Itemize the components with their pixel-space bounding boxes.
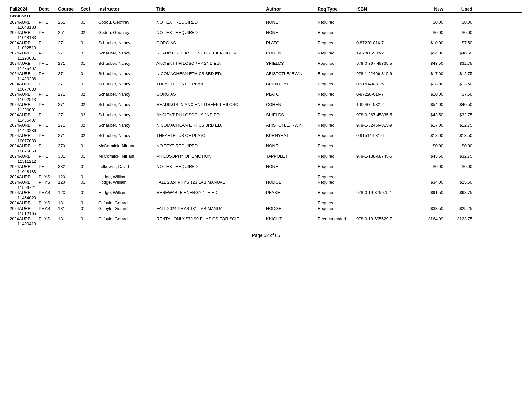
sku-row: 11048183 (10, 169, 522, 174)
table-row: 2024AURBPHIL27102Schauber, NancyREADINGS… (10, 102, 522, 107)
header-isbn: ISBN (356, 6, 414, 12)
table-row: 2024AURBPHIL27101Schauber, NancyREADINGS… (10, 50, 522, 56)
table-row: 2024AURBPHIL27102Schauber, NancyANCIENT … (10, 112, 522, 118)
book-sku: 11511212 (10, 159, 39, 164)
header-reqtype: Req Type (318, 6, 356, 12)
header-instructor: Instructor (98, 6, 156, 12)
book-sku: 11490418 (10, 221, 39, 226)
table-row: 2024AURBPHIL27101Schauber, NancyGORGIASP… (10, 40, 522, 45)
sku-row: 11420286 (10, 76, 522, 81)
book-sku: 11420286 (10, 76, 39, 81)
data-table: 2024AURBPHIL25101Goddu, GeoffreyNO TEXT … (10, 19, 522, 226)
sku-row: 10077030 (10, 87, 522, 92)
header-dept: Dept (39, 6, 58, 12)
sku-row: 11509721 (10, 185, 522, 190)
subheader-booksku: Book SKU (10, 14, 39, 18)
header-author: Author (266, 6, 318, 12)
sku-row: 11485407 (10, 66, 522, 71)
book-sku: 11420286 (10, 128, 39, 133)
book-sku: 10077030 (10, 138, 39, 143)
page-label: Page 52 of 65 (252, 233, 280, 238)
table-row: 2024AURBPHIL27102Schauber, NancyGORGIASP… (10, 92, 522, 97)
table-row: 2024AURBPHYS12301Hodge, WilliamRequired (10, 174, 522, 180)
table-row: 2024AURBPHYS13101Gilfoyle, GerardRequire… (10, 200, 522, 206)
book-sku: 11512165 (10, 211, 39, 216)
sku-row: 11290001 (10, 107, 522, 112)
book-sku: 11485407 (10, 118, 39, 122)
sku-row: 11512165 (10, 211, 522, 216)
sku-row: 11048183 (10, 35, 522, 40)
table-row: 2024AURBPHYS12301Hodge, WilliamRENEWABLE… (10, 190, 522, 195)
book-sku: 11048183 (10, 25, 39, 30)
sku-row: 11464020 (10, 195, 522, 200)
book-sku: 10077030 (10, 87, 39, 92)
table-row: 2024AURBPHYS13101Gilfoyle, GerardRENTAL … (10, 216, 522, 221)
header-used: Used (443, 6, 472, 12)
table-row: 2024AURBPHIL25102Goddu, GeoffreyNO TEXT … (10, 30, 522, 35)
sku-row: 11420286 (10, 128, 522, 133)
table-row: 2024AURBPHIL27101Schauber, NancyTHEAETET… (10, 81, 522, 87)
header-new: New (414, 6, 443, 12)
table-row: 2024AURBPHIL27102Schauber, NancyTHEAETET… (10, 133, 522, 138)
sku-row: 11048183 (10, 25, 522, 30)
table-row: 2024AURBPHYS12301Hodge, WilliamFALL 2024… (10, 180, 522, 185)
sku-row: 11092513 (10, 45, 522, 50)
book-sku: 11092513 (10, 97, 39, 102)
sku-row: 11290001 (10, 56, 522, 61)
table-subheader: Book SKU (10, 13, 522, 19)
table-row: 2024AURBPHIL27102Schauber, NancyNICOMACH… (10, 122, 522, 128)
pagination: Page 52 of 65 (10, 233, 522, 238)
table-row: 2024AURBPHIL25101Goddu, GeoffreyNO TEXT … (10, 19, 522, 25)
book-sku: 11290001 (10, 56, 39, 61)
page-container: Fall2024 Dept Course Sect Instructor Tit… (10, 6, 522, 238)
table-row: 2024AURBPHIL38201Lefkowitz, DavidNO TEXT… (10, 164, 522, 169)
header-fall: Fall2024 (10, 6, 39, 12)
book-sku: 11509721 (10, 185, 39, 190)
book-sku: 11290001 (10, 107, 39, 112)
table-row: 2024AURBPHIL38101McCormick, MiriamPHILOS… (10, 153, 522, 159)
table-row: 2024AURBPHIL37301McCormick, MiriamNO TEX… (10, 143, 522, 149)
header-title: Title (156, 6, 266, 12)
book-sku: 11464020 (10, 195, 39, 200)
sku-row: 11511212 (10, 159, 522, 164)
table-row: 2024AURBPHIL27101Schauber, NancyANCIENT … (10, 61, 522, 66)
table-header: Fall2024 Dept Course Sect Instructor Tit… (10, 6, 522, 13)
book-sku: 11485407 (10, 66, 39, 71)
book-sku: 10026663 (10, 149, 39, 153)
book-sku: 11048183 (10, 35, 39, 40)
sku-row: 11485407 (10, 118, 522, 122)
sku-row: 10077030 (10, 138, 522, 143)
header-sect: Sect (81, 6, 98, 12)
book-sku: 11092513 (10, 45, 39, 50)
book-sku: 11048183 (10, 169, 39, 174)
header-course: Course (58, 6, 81, 12)
sku-row: 11092513 (10, 97, 522, 102)
sku-row: 10026663 (10, 149, 522, 153)
table-row: 2024AURBPHYS13101Gilfoyle, GerardFALL 20… (10, 206, 522, 211)
table-row: 2024AURBPHIL27101Schauber, NancyNICOMACH… (10, 71, 522, 76)
sku-row: 11490418 (10, 221, 522, 226)
